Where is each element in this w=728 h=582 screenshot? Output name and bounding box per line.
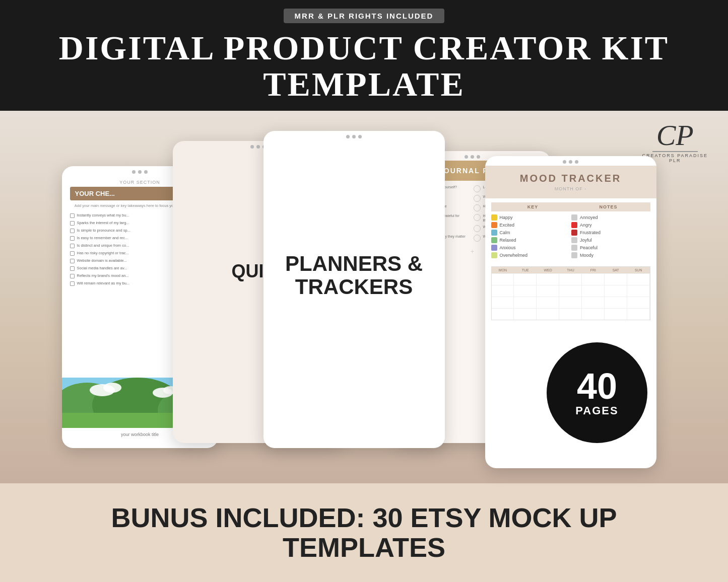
mood-item: Angry [571, 222, 650, 228]
main-title: DIGITAL PRODUCT CREATOR KIT TEMPLATE [59, 30, 669, 102]
mood-header: MOOD TRACKER MONTH OF - [485, 166, 656, 198]
mood-item: Calm [491, 230, 570, 236]
mood-item: Moody [571, 252, 650, 258]
mood-item: Excited [491, 222, 570, 228]
planners-content: PLANNERS &TRACKERS [263, 140, 445, 410]
planners-title: PLANNERS &TRACKERS [285, 252, 423, 299]
bonus-title: BUNUS INCLUDED: 30 ETSY MOCK UP TEMPLATE… [111, 503, 617, 563]
pages-badge: 40 PAGES [547, 342, 647, 443]
mood-item: Joyful [571, 237, 650, 243]
mood-calendar-header: MON TUE WED THU FRI SAT SUN [492, 267, 650, 273]
middle-section: CP CREATORS PARADISEPLR YOUR SECTION YOU… [0, 111, 728, 483]
mood-key-section: KEY NOTES HappyAnnoyedExcitedAngryCalmFr… [485, 198, 656, 262]
mood-item: Happy [491, 214, 570, 221]
svg-point-6 [103, 383, 121, 393]
mood-item: Annoyed [571, 214, 650, 221]
pages-number: 40 [577, 368, 617, 404]
mood-calendar: MON TUE WED THU FRI SAT SUN [491, 266, 650, 320]
pages-label: PAGES [575, 404, 618, 417]
tablet-planners: PLANNERS &TRACKERS [263, 131, 445, 448]
mood-item: Peaceful [571, 245, 650, 251]
mood-items-grid: HappyAnnoyedExcitedAngryCalmFrustratedRe… [491, 214, 650, 258]
mood-item: Frustrated [571, 230, 650, 236]
mood-title: MOOD TRACKER [490, 173, 651, 184]
header-section: MRR & PLR RIGHTS INCLUDED DIGITAL PRODUC… [0, 0, 728, 111]
mood-item: Relaxed [491, 237, 570, 243]
camera-dot [132, 170, 136, 174]
camera-dot [138, 170, 142, 174]
camera-dot [144, 170, 148, 174]
mood-item: Anxious [491, 245, 570, 251]
mood-month: MONTH OF - [490, 186, 651, 191]
bottom-section: BUNUS INCLUDED: 30 ETSY MOCK UP TEMPLATE… [0, 483, 728, 582]
mood-key-header: KEY NOTES [491, 202, 650, 211]
mood-item: Overwhelmed [491, 252, 570, 258]
mrr-badge: MRR & PLR RIGHTS INCLUDED [284, 9, 445, 23]
